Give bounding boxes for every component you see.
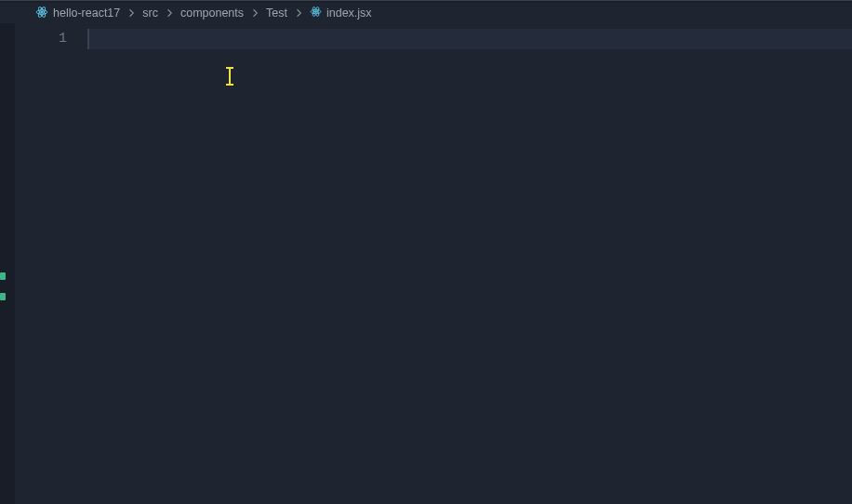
line-number-gutter: 1	[15, 23, 87, 504]
breadcrumb-bar: hello-react17 src components Test index.…	[0, 3, 852, 23]
svg-point-4	[314, 10, 316, 12]
strip-marker	[0, 272, 6, 280]
breadcrumb-item-src[interactable]: src	[142, 7, 158, 20]
line-number: 1	[15, 29, 87, 49]
editor-left-strip	[0, 23, 15, 504]
svg-point-0	[41, 10, 43, 12]
react-icon	[35, 6, 48, 21]
breadcrumb-item-root[interactable]: hello-react17	[35, 6, 120, 21]
breadcrumb-label: components	[180, 7, 244, 20]
breadcrumb-item-components[interactable]: components	[180, 7, 244, 20]
chevron-right-icon	[293, 7, 304, 19]
breadcrumb-label: hello-react17	[53, 7, 120, 20]
text-cursor-icon	[229, 68, 231, 85]
active-line-highlight	[87, 29, 852, 49]
chevron-right-icon	[126, 7, 137, 19]
chevron-right-icon	[164, 7, 175, 19]
breadcrumb-item-test[interactable]: Test	[266, 7, 287, 20]
breadcrumb-label: Test	[266, 7, 287, 20]
breadcrumb-item-file[interactable]: index.jsx	[310, 6, 372, 20]
editor-area[interactable]: 1	[0, 23, 852, 504]
breadcrumb-label: src	[142, 7, 158, 20]
code-content[interactable]	[87, 23, 852, 504]
chevron-right-icon	[249, 7, 260, 19]
breadcrumb-label: index.jsx	[326, 7, 372, 20]
react-icon	[310, 6, 322, 20]
strip-marker	[0, 293, 6, 300]
